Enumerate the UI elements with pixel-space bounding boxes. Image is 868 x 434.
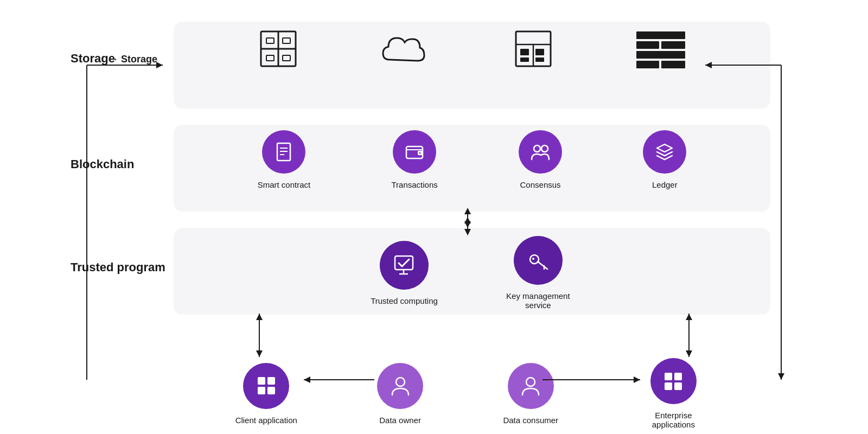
transactions-item: Transactions	[391, 130, 437, 189]
transactions-circle	[393, 130, 436, 174]
svg-rect-44	[674, 373, 682, 380]
grid-interface-icon	[512, 27, 555, 71]
trusted-label: Trusted program	[71, 260, 165, 275]
checkmark-icon	[392, 253, 416, 277]
svg-rect-38	[267, 377, 275, 385]
svg-line-34	[538, 261, 547, 269]
consensus-circle	[519, 130, 562, 174]
key-icon	[526, 248, 550, 273]
svg-point-28	[534, 145, 540, 152]
cloud-icon	[379, 27, 433, 71]
svg-marker-58	[464, 221, 471, 228]
transactions-label: Transactions	[391, 180, 437, 189]
client-application-label: Client application	[235, 416, 297, 425]
enterprise-applications-item: Enterprise applications	[638, 358, 709, 429]
smart-contract-label: Smart contract	[258, 180, 311, 189]
file-cabinet-item	[257, 27, 300, 71]
svg-point-29	[541, 145, 548, 152]
blockchain-label: Blockchain	[71, 157, 134, 171]
trusted-computing-circle	[380, 241, 429, 290]
svg-rect-16	[661, 41, 685, 49]
data-owner-item: Data owner	[377, 363, 423, 425]
svg-rect-11	[535, 49, 544, 55]
data-owner-label: Data owner	[379, 416, 421, 425]
svg-rect-12	[520, 58, 529, 62]
svg-point-42	[526, 378, 535, 386]
svg-rect-10	[520, 49, 529, 55]
cloud-item	[379, 27, 433, 71]
diagram-container: Storage Blockchain Trusted program	[54, 11, 814, 423]
file-cabinet-icon	[257, 27, 300, 71]
enterprise-app-grid-icon	[662, 370, 685, 393]
svg-rect-30	[395, 256, 413, 270]
svg-rect-43	[665, 373, 672, 380]
svg-rect-17	[636, 51, 685, 59]
svg-marker-67	[686, 350, 692, 357]
svg-point-33	[530, 255, 539, 264]
svg-marker-49	[156, 62, 163, 68]
trusted-computing-label: Trusted computing	[371, 296, 438, 305]
data-owner-circle	[377, 363, 423, 409]
key-management-circle	[514, 236, 563, 285]
blockchain-icons-row: Smart contract Transactions	[174, 130, 770, 189]
layers-icon	[654, 141, 675, 163]
app-grid-icon	[255, 374, 278, 397]
person-consumer-icon	[519, 374, 542, 397]
client-application-circle	[243, 363, 289, 409]
svg-point-36	[532, 258, 534, 260]
data-consumer-item: Data consumer	[503, 363, 558, 425]
bottom-icons-row: Client application Data owner Data consu…	[174, 358, 770, 429]
key-management-item: Key management service	[503, 236, 573, 310]
svg-rect-14	[636, 31, 685, 39]
trusted-computing-item: Trusted computing	[371, 241, 438, 305]
svg-point-41	[396, 378, 405, 386]
svg-marker-55	[778, 373, 784, 380]
smart-contract-item: Smart contract	[258, 130, 311, 189]
brick-wall-item	[634, 27, 688, 71]
enterprise-applications-label: Enterprise applications	[638, 411, 709, 429]
svg-marker-64	[256, 350, 263, 357]
svg-rect-3	[266, 38, 274, 43]
svg-rect-19	[661, 61, 685, 68]
grid-ui-item	[512, 27, 555, 71]
svg-rect-4	[283, 38, 290, 43]
svg-rect-39	[258, 387, 265, 394]
svg-rect-15	[636, 41, 659, 49]
svg-rect-13	[535, 58, 544, 62]
svg-rect-40	[267, 387, 275, 394]
svg-rect-5	[266, 55, 274, 61]
svg-rect-37	[258, 377, 265, 385]
smart-contract-circle	[262, 130, 305, 174]
document-icon	[273, 141, 295, 163]
key-management-label: Key management service	[503, 291, 573, 310]
svg-point-26	[419, 152, 421, 154]
storage-icons-row	[174, 27, 770, 71]
person-owner-icon	[389, 374, 412, 397]
people-icon	[529, 141, 551, 163]
consensus-label: Consensus	[520, 180, 561, 189]
ledger-item: Ledger	[643, 130, 686, 189]
svg-rect-6	[283, 55, 290, 61]
enterprise-applications-circle	[650, 358, 697, 404]
ledger-circle	[643, 130, 686, 174]
data-consumer-label: Data consumer	[503, 416, 558, 425]
svg-text:→ Storage: → Storage	[108, 54, 157, 65]
ledger-label: Ledger	[652, 180, 678, 189]
trusted-icons-row: Trusted computing Key management service	[174, 236, 770, 310]
storage-label: Storage	[71, 52, 115, 66]
consensus-item: Consensus	[519, 130, 562, 189]
svg-rect-45	[665, 382, 672, 390]
svg-rect-18	[636, 61, 659, 68]
svg-marker-57	[464, 217, 471, 224]
wallet-icon	[404, 141, 425, 163]
brick-wall-icon	[634, 27, 688, 71]
client-application-item: Client application	[235, 363, 297, 425]
svg-rect-46	[674, 382, 682, 390]
data-consumer-circle	[508, 363, 554, 409]
